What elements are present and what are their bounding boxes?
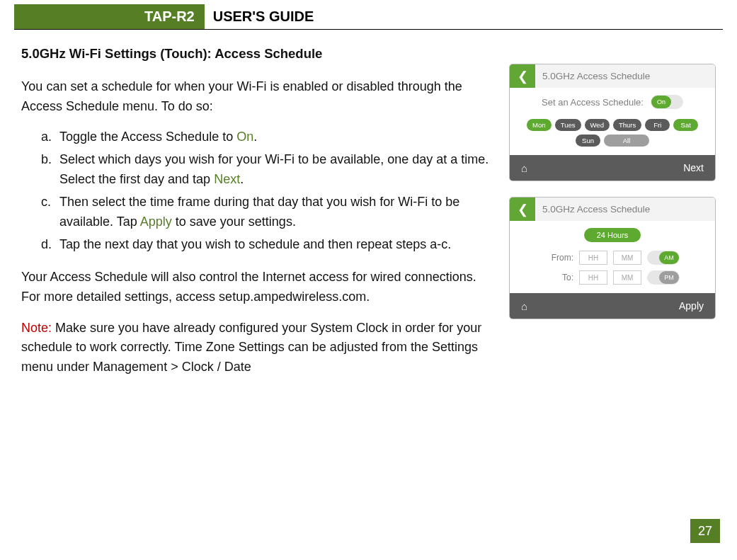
chip-24-hours[interactable]: 24 Hours (584, 228, 641, 242)
day-chip-wed[interactable]: Wed (585, 119, 610, 131)
day-chips: Mon Tues Wed Thurs Fri Sat Sun All (522, 119, 702, 147)
screen-time: ❮ 5.0GHz Access Schedule 24 Hours From: … (509, 197, 716, 319)
back-button[interactable]: ❮ (510, 198, 535, 221)
to-label: To: (539, 273, 573, 282)
screen-footer: ⌂ Next (510, 155, 715, 181)
guide-title: USER'S GUIDE (205, 4, 323, 29)
from-ampm-toggle[interactable]: AM (647, 251, 680, 265)
step-text: Tap the next day that you wish to schedu… (59, 237, 451, 251)
step-text-post: . (240, 172, 244, 186)
highlight-apply: Apply (140, 215, 172, 229)
day-chip-sun[interactable]: Sun (576, 135, 600, 147)
from-mm-input[interactable]: MM (613, 251, 641, 265)
to-hh-input[interactable]: HH (579, 270, 607, 285)
set-schedule-label: Set an Access Schedule: (542, 97, 644, 108)
step-letter: c. (41, 193, 51, 212)
highlight-on: On (236, 130, 253, 144)
screen-title: 5.0GHz Access Schedule (535, 198, 715, 221)
home-icon[interactable]: ⌂ (521, 162, 527, 174)
apply-button[interactable]: Apply (679, 300, 704, 312)
time-grid: From: HH MM AM To: HH MM PM (522, 251, 702, 285)
toggle-knob: PM (659, 271, 679, 284)
intro-paragraph: You can set a schedule for when your Wi-… (21, 77, 496, 117)
step-c: c. Then select the time frame during tha… (41, 193, 496, 232)
screen-footer: ⌂ Apply (510, 293, 715, 319)
screens-column: ❮ 5.0GHz Access Schedule Set an Access S… (509, 44, 716, 389)
text-column: 5.0GHz Wi-Fi Settings (Touch): Access Sc… (21, 44, 496, 389)
step-d: d. Tap the next day that you wish to sch… (41, 235, 496, 255)
highlight-next: Next (214, 172, 240, 186)
step-letter: a. (41, 127, 52, 147)
screen-titlebar: ❮ 5.0GHz Access Schedule (510, 64, 715, 88)
next-button[interactable]: Next (683, 162, 704, 173)
step-text: Select which days you wish for your Wi-F… (59, 152, 489, 186)
to-mm-input[interactable]: MM (613, 270, 641, 285)
to-ampm-toggle[interactable]: PM (647, 270, 680, 285)
note-paragraph: Note: Make sure you have already configu… (21, 319, 496, 378)
chevron-left-icon: ❮ (518, 202, 528, 217)
page-header: TAP-R2 USER'S GUIDE (14, 0, 723, 30)
toggle-knob: On (651, 96, 671, 108)
content-area: 5.0GHz Wi-Fi Settings (Touch): Access Sc… (0, 30, 737, 389)
chevron-left-icon: ❮ (518, 69, 528, 84)
note-label: Note: (21, 321, 52, 335)
step-text-post: to save your settings. (172, 215, 296, 229)
step-text: Toggle the Access Schedule to (59, 130, 236, 144)
screen-days: ❮ 5.0GHz Access Schedule Set an Access S… (509, 64, 716, 181)
toggle-knob: AM (659, 251, 679, 264)
screen-title: 5.0GHz Access Schedule (535, 64, 715, 88)
from-hh-input[interactable]: HH (579, 251, 607, 265)
day-chip-all[interactable]: All (604, 135, 649, 147)
day-chip-mon[interactable]: Mon (527, 119, 552, 131)
schedule-toggle[interactable]: On (651, 95, 683, 109)
back-button[interactable]: ❮ (510, 64, 535, 88)
step-text-post: . (253, 130, 257, 144)
screen-body: 24 Hours From: HH MM AM To: HH MM PM (510, 221, 715, 293)
section-title: 5.0GHz Wi-Fi Settings (Touch): Access Sc… (21, 44, 496, 64)
day-chip-sat[interactable]: Sat (673, 119, 698, 131)
day-chip-tues[interactable]: Tues (555, 119, 581, 131)
header-color-bar (14, 4, 135, 29)
step-letter: d. (41, 235, 52, 255)
screen-body: Set an Access Schedule: On Mon Tues Wed … (510, 88, 715, 155)
steps-list: a. Toggle the Access Schedule to On. b. … (21, 127, 496, 254)
day-chip-thurs[interactable]: Thurs (613, 119, 641, 131)
screen-titlebar: ❮ 5.0GHz Access Schedule (510, 198, 715, 221)
home-icon[interactable]: ⌂ (521, 300, 527, 312)
product-badge: TAP-R2 (135, 4, 205, 29)
step-letter: b. (41, 150, 52, 170)
page-number: 27 (690, 519, 720, 543)
after-paragraph: Your Access Schedule will also control t… (21, 268, 496, 307)
step-a: a. Toggle the Access Schedule to On. (41, 127, 496, 147)
note-text: Make sure you have already configured yo… (21, 321, 481, 375)
schedule-toggle-row: Set an Access Schedule: On (522, 95, 702, 109)
from-label: From: (539, 253, 573, 263)
day-chip-fri[interactable]: Fri (645, 119, 670, 131)
step-b: b. Select which days you wish for your W… (41, 150, 496, 190)
